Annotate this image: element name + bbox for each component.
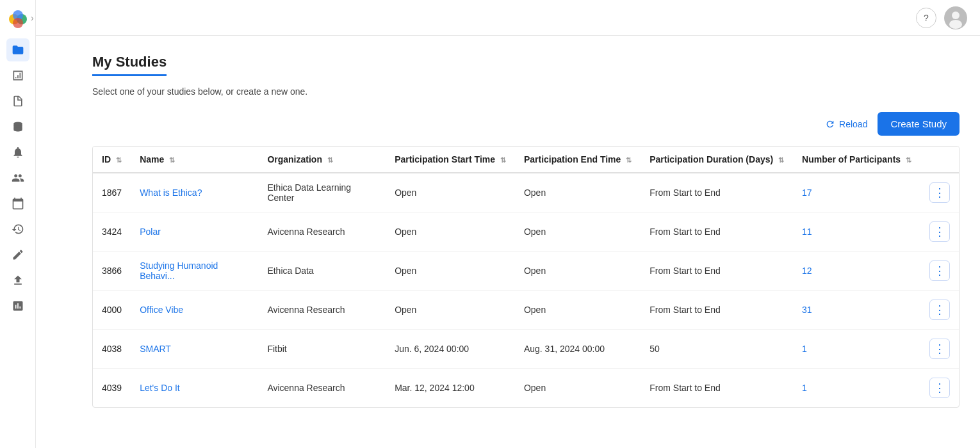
cell-end: Open bbox=[515, 369, 641, 408]
sort-icon-participants: ⇅ bbox=[906, 156, 911, 164]
row-more-button[interactable]: ⋮ bbox=[929, 339, 950, 359]
cell-actions: ⋮ bbox=[920, 212, 959, 252]
cell-organization: Ethica Data bbox=[258, 252, 386, 291]
cell-start: Open bbox=[386, 212, 515, 252]
sidebar-item-users[interactable] bbox=[6, 166, 29, 189]
cell-participants: 17 bbox=[793, 173, 920, 212]
sort-icon-start: ⇅ bbox=[500, 156, 506, 164]
cell-organization: Avicenna Research bbox=[258, 212, 386, 252]
cell-duration: From Start to End bbox=[641, 369, 793, 408]
row-more-button[interactable]: ⋮ bbox=[929, 300, 950, 320]
cell-duration: From Start to End bbox=[641, 291, 793, 330]
cell-duration: From Start to End bbox=[641, 252, 793, 291]
col-header-name[interactable]: Name ⇅ bbox=[131, 147, 258, 173]
sidebar-item-analytics[interactable] bbox=[6, 64, 29, 87]
create-study-button[interactable]: Create Study bbox=[878, 112, 960, 136]
cell-name[interactable]: Office Vibe bbox=[131, 291, 258, 330]
cell-id: 4039 bbox=[93, 369, 131, 408]
svg-point-3 bbox=[13, 18, 23, 28]
sort-icon-end: ⇅ bbox=[626, 156, 632, 164]
sidebar-item-calendar[interactable] bbox=[6, 192, 29, 215]
help-button[interactable]: ? bbox=[916, 8, 936, 28]
sidebar-item-documents[interactable] bbox=[6, 90, 29, 113]
cell-start: Mar. 12, 2024 12:00 bbox=[386, 369, 515, 408]
cell-id: 3866 bbox=[93, 252, 131, 291]
sidebar-item-folder[interactable] bbox=[6, 38, 29, 61]
table-row: 3424 Polar Avicenna Research Open Open F… bbox=[93, 212, 959, 252]
svg-point-6 bbox=[952, 12, 960, 19]
studies-table: ID ⇅ Name ⇅ Organization ⇅ Participation… bbox=[93, 147, 959, 407]
reload-button[interactable]: Reload bbox=[825, 119, 867, 129]
cell-start: Open bbox=[386, 252, 515, 291]
page-subtitle: Select one of your studies below, or cre… bbox=[92, 86, 960, 97]
cell-actions: ⋮ bbox=[920, 252, 959, 291]
cell-name[interactable]: Polar bbox=[131, 212, 258, 252]
toolbar: Reload Create Study bbox=[92, 112, 960, 136]
sort-icon-id: ⇅ bbox=[116, 156, 122, 164]
sidebar-toggle-icon[interactable]: › bbox=[31, 13, 34, 23]
cell-id: 3424 bbox=[93, 212, 131, 252]
sidebar-item-database[interactable] bbox=[6, 115, 29, 138]
topbar: › ? bbox=[36, 0, 980, 36]
sidebar-item-edit[interactable] bbox=[6, 243, 29, 266]
table-row: 1867 What is Ethica? Ethica Data Learnin… bbox=[93, 173, 959, 212]
sidebar-item-notifications[interactable] bbox=[6, 141, 29, 164]
sidebar-item-upload[interactable] bbox=[6, 269, 29, 292]
cell-name[interactable]: SMART bbox=[131, 330, 258, 369]
cell-id: 4000 bbox=[93, 291, 131, 330]
cell-end: Open bbox=[515, 291, 641, 330]
col-header-duration[interactable]: Participation Duration (Days) ⇅ bbox=[641, 147, 793, 173]
col-header-participants[interactable]: Number of Participants ⇅ bbox=[793, 147, 920, 173]
col-header-participation-end[interactable]: Participation End Time ⇅ bbox=[515, 147, 641, 173]
cell-duration: From Start to End bbox=[641, 173, 793, 212]
sort-icon-name: ⇅ bbox=[169, 156, 175, 164]
cell-organization: Avicenna Research bbox=[258, 369, 386, 408]
app-logo[interactable] bbox=[6, 8, 29, 31]
table-header-row: ID ⇅ Name ⇅ Organization ⇅ Participation… bbox=[93, 147, 959, 173]
cell-end: Open bbox=[515, 212, 641, 252]
cell-participants: 1 bbox=[793, 330, 920, 369]
svg-point-7 bbox=[949, 20, 962, 29]
cell-start: Open bbox=[386, 173, 515, 212]
cell-participants: 31 bbox=[793, 291, 920, 330]
cell-duration: From Start to End bbox=[641, 212, 793, 252]
cell-name[interactable]: Let's Do It bbox=[131, 369, 258, 408]
cell-organization: Avicenna Research bbox=[258, 291, 386, 330]
cell-name[interactable]: What is Ethica? bbox=[131, 173, 258, 212]
sidebar-item-report[interactable] bbox=[6, 294, 29, 317]
row-more-button[interactable]: ⋮ bbox=[929, 260, 950, 281]
table-row: 4039 Let's Do It Avicenna Research Mar. … bbox=[93, 369, 959, 408]
row-more-button[interactable]: ⋮ bbox=[929, 182, 950, 203]
cell-organization: Fitbit bbox=[258, 330, 386, 369]
cell-duration: 50 bbox=[641, 330, 793, 369]
cell-participants: 11 bbox=[793, 212, 920, 252]
user-avatar[interactable] bbox=[944, 6, 967, 29]
sidebar bbox=[0, 0, 36, 448]
col-header-participation-start[interactable]: Participation Start Time ⇅ bbox=[386, 147, 515, 173]
sidebar-item-history[interactable] bbox=[6, 218, 29, 241]
row-more-button[interactable]: ⋮ bbox=[929, 378, 950, 398]
cell-name[interactable]: Studying Humanoid Behavi... bbox=[131, 252, 258, 291]
cell-end: Open bbox=[515, 173, 641, 212]
table-row: 4000 Office Vibe Avicenna Research Open … bbox=[93, 291, 959, 330]
col-header-organization[interactable]: Organization ⇅ bbox=[258, 147, 386, 173]
cell-actions: ⋮ bbox=[920, 369, 959, 408]
help-label: ? bbox=[924, 13, 929, 23]
reload-icon bbox=[825, 119, 835, 129]
page-title: My Studies bbox=[92, 54, 167, 76]
reload-label: Reload bbox=[839, 119, 867, 129]
sort-icon-duration: ⇅ bbox=[778, 156, 784, 164]
row-more-button[interactable]: ⋮ bbox=[929, 221, 950, 242]
cell-participants: 12 bbox=[793, 252, 920, 291]
cell-organization: Ethica Data Learning Center bbox=[258, 173, 386, 212]
col-header-id[interactable]: ID ⇅ bbox=[93, 147, 131, 173]
main-content: My Studies Select one of your studies be… bbox=[72, 36, 980, 448]
cell-actions: ⋮ bbox=[920, 291, 959, 330]
cell-start: Open bbox=[386, 291, 515, 330]
col-header-actions bbox=[920, 147, 959, 173]
cell-participants: 1 bbox=[793, 369, 920, 408]
table-row: 3866 Studying Humanoid Behavi... Ethica … bbox=[93, 252, 959, 291]
sort-icon-organization: ⇅ bbox=[327, 156, 333, 164]
studies-table-container: ID ⇅ Name ⇅ Organization ⇅ Participation… bbox=[92, 146, 960, 408]
cell-id: 1867 bbox=[93, 173, 131, 212]
